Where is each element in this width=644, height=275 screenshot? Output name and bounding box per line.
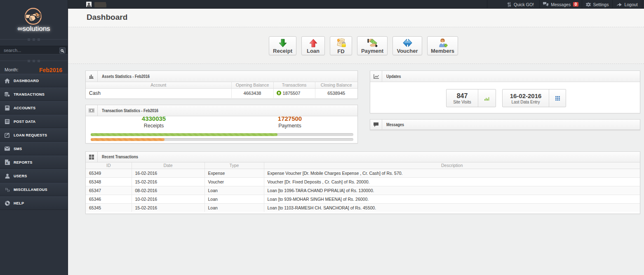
svg-text:A: A (6, 162, 8, 165)
